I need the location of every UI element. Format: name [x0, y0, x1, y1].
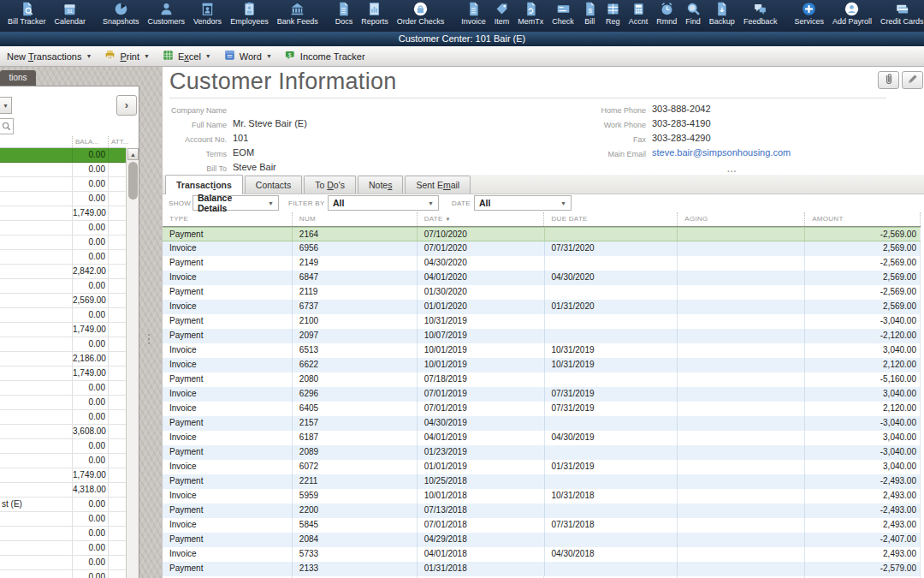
toolbar-snapshots[interactable]: Snapshots	[98, 0, 144, 32]
toolbar-order-checks[interactable]: Order Checks	[393, 0, 449, 32]
column-header-date[interactable]: DATE▼	[417, 212, 544, 226]
column-header-amount[interactable]: AMOUNT	[804, 212, 920, 226]
toolbar-bill-tracker[interactable]: Bill Tracker	[3, 0, 50, 32]
attach-button[interactable]	[878, 71, 899, 89]
toolbar-bank-feeds[interactable]: Bank Feeds	[273, 0, 323, 32]
filter-dropdown-show[interactable]: Balance Details▼	[192, 195, 279, 211]
menu-new-transactions[interactable]: New Transactions▼	[1, 49, 98, 64]
table-row[interactable]: Payment210010/31/2019-3,040.00	[163, 314, 921, 329]
toolbar-rmnd[interactable]: Rmnd	[652, 0, 681, 32]
toolbar-check[interactable]: Check	[548, 0, 578, 32]
panel-splitter[interactable]	[147, 334, 151, 349]
table-row[interactable]: Invoice684704/01/202004/30/20202,569.00	[163, 271, 921, 285]
column-header-due-date[interactable]: DUE DATE	[543, 212, 677, 226]
table-row[interactable]: Invoice595910/01/201810/31/20182,493.00	[163, 489, 921, 504]
tab-contacts[interactable]: Contacts	[245, 176, 302, 194]
toolbar-add-payroll[interactable]: Add Payroll	[828, 0, 876, 32]
menu-excel[interactable]: Excel▼	[156, 46, 217, 66]
customer-list-item[interactable]: 1,749.00	[0, 468, 126, 483]
email-link[interactable]: steve.bair@simpsonhousing.com	[652, 147, 791, 158]
table-row[interactable]: Invoice573304/01/201804/30/20182,493.00	[163, 547, 921, 562]
customer-list-item[interactable]: 0.00	[0, 337, 126, 352]
customer-list-item[interactable]: 2,569.00	[0, 294, 126, 308]
customer-list-item[interactable]: 1,749.00	[0, 323, 126, 337]
table-row[interactable]: Invoice695607/01/202007/31/20202,569.00	[163, 241, 921, 256]
section-resize-grip[interactable]: ...	[727, 164, 737, 174]
customer-list-item[interactable]: 2,842.00	[0, 265, 126, 279]
customer-list-item[interactable]: 0.00	[0, 396, 126, 410]
customer-list-item[interactable]: 0.00	[0, 221, 126, 235]
table-row[interactable]: Payment220007/13/2018-2,493.00	[163, 504, 921, 518]
table-row[interactable]: Payment208901/23/2019-3,040.00	[163, 445, 921, 460]
table-row[interactable]: Invoice651310/01/201910/31/20193,040.00	[163, 343, 921, 358]
toolbar-invoice[interactable]: Invoice	[457, 0, 490, 32]
customer-list-item[interactable]: 0.00	[0, 235, 126, 250]
customer-list-item[interactable]: 4,318.00	[0, 483, 126, 498]
customer-list-item[interactable]: 0.00	[0, 454, 126, 468]
table-row[interactable]: Invoice629607/01/201907/31/20193,040.00	[163, 387, 921, 402]
toolbar-employees[interactable]: Employees	[226, 0, 273, 32]
table-row[interactable]: Payment221110/25/2018-2,493.00	[163, 474, 921, 489]
scroll-up-button[interactable]: ▲	[127, 148, 139, 160]
menu-word[interactable]: Word▼	[217, 46, 278, 66]
menu-print[interactable]: Print▼	[98, 46, 156, 66]
toolbar-backup[interactable]: Backup	[705, 0, 739, 32]
tab-notes[interactable]: Notes	[358, 176, 403, 194]
customer-list-item[interactable]: st (E)0.00	[0, 498, 126, 512]
balance-column-header[interactable]: BALA...	[72, 136, 108, 147]
table-row[interactable]: Payment208404/29/2018-2,407.00	[163, 533, 921, 547]
toolbar-services[interactable]: Services	[790, 0, 828, 32]
customer-list-item[interactable]: 0.00	[0, 279, 126, 294]
customer-list-item[interactable]: 0.00	[0, 570, 126, 578]
table-row[interactable]: Invoice662210/01/201910/31/20192,120.00	[163, 358, 921, 372]
table-row[interactable]: Payment214904/30/2020-2,569.00	[163, 256, 921, 271]
customer-list-item[interactable]: 0.00	[0, 381, 126, 396]
tab-sent-email[interactable]: Sent Email	[405, 176, 471, 194]
table-row[interactable]: Payment216407/10/2020-2,569.00	[163, 227, 921, 241]
customer-list-item[interactable]: 0.00	[0, 527, 126, 541]
customer-list-item[interactable]: 0.00	[0, 308, 126, 323]
customer-list-item[interactable]: 0.00	[0, 541, 126, 556]
customer-list-scrollbar[interactable]: ▲	[126, 148, 139, 578]
table-row[interactable]: Invoice584507/01/201807/31/20182,493.00	[163, 518, 921, 533]
customer-list-item[interactable]: 3,608.00	[0, 425, 126, 439]
toolbar-credit-cards[interactable]: Credit Cards	[876, 0, 924, 32]
toolbar-reports[interactable]: Reports	[357, 0, 393, 32]
table-row[interactable]: Payment215704/30/2019-3,040.00	[163, 416, 921, 431]
table-row[interactable]: Invoice673701/01/202001/31/20202,569.00	[163, 300, 921, 314]
customer-list-item[interactable]: 0.00	[0, 512, 126, 527]
table-row[interactable]: Payment208007/18/2019-5,160.00	[163, 372, 921, 387]
collapse-panel-button[interactable]: ›	[116, 95, 137, 116]
toolbar-customers[interactable]: Customers	[144, 0, 190, 32]
panel-tab-transactions[interactable]: tions	[0, 70, 36, 86]
customer-list-item[interactable]: 0.00	[0, 148, 126, 163]
toolbar-calendar[interactable]: 31Calendar	[50, 0, 91, 32]
customer-list-item[interactable]: 0.00	[0, 556, 126, 570]
customer-list-item[interactable]: 2,186.00	[0, 352, 126, 366]
customer-list-item[interactable]: 0.00	[0, 439, 126, 454]
toolbar-feedback[interactable]: Feedback	[739, 0, 782, 32]
menu-income-tracker[interactable]: $Income Tracker	[278, 46, 371, 66]
table-row[interactable]: Invoice607201/01/201901/31/20193,040.00	[163, 460, 921, 474]
customer-list-item[interactable]: 1,749.00	[0, 366, 126, 381]
toolbar-accnt[interactable]: Accnt	[625, 0, 653, 32]
filter-dropdown-date[interactable]: All▼	[474, 195, 572, 211]
toolbar-item[interactable]: Item	[490, 0, 514, 32]
table-row[interactable]: Payment209710/07/2019-2,120.00	[163, 329, 921, 343]
customer-list-item[interactable]: 1,749.00	[0, 206, 126, 221]
edit-button[interactable]	[902, 71, 923, 89]
table-row[interactable]: Invoice618704/01/201904/30/20193,040.00	[163, 431, 921, 445]
toolbar-docs[interactable]: Docs	[331, 0, 358, 32]
table-row[interactable]: Invoice640507/01/201907/31/20192,120.00	[163, 402, 921, 416]
toolbar-vendors[interactable]: Vendors	[189, 0, 226, 32]
scrollbar-thumb[interactable]	[128, 162, 138, 200]
tab-transactions[interactable]: Transactions	[165, 175, 243, 194]
tab-to-do-s[interactable]: To Do's	[304, 176, 356, 194]
attach-column-header[interactable]: ATT...	[108, 136, 126, 147]
customer-list-item[interactable]: 0.00	[0, 177, 126, 192]
toolbar-reg[interactable]: Reg	[601, 0, 625, 32]
filter-dropdown-filter-by[interactable]: All▼	[328, 195, 439, 211]
view-dropdown[interactable]: ▼	[0, 97, 12, 114]
toolbar-bill[interactable]: $Bill	[578, 0, 601, 32]
table-row[interactable]: Payment211901/30/2020-2,569.00	[163, 285, 921, 300]
